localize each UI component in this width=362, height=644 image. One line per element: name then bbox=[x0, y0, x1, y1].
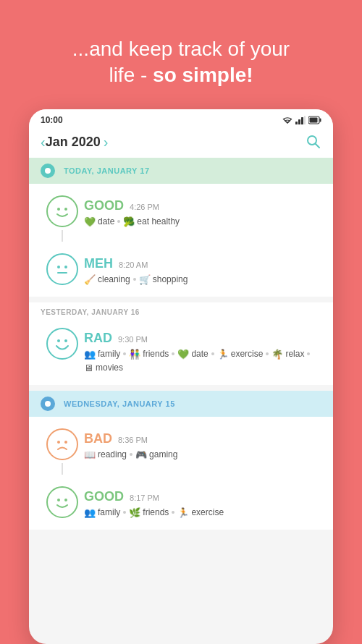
tag-date: 💚 date bbox=[177, 349, 208, 360]
svg-line-8 bbox=[316, 144, 320, 148]
tag-gaming: 🎮 gaming bbox=[135, 449, 177, 460]
status-bar: 10:00 bbox=[29, 109, 333, 128]
month-title: Jan 2020 bbox=[46, 135, 101, 150]
status-time: 10:00 bbox=[41, 115, 63, 125]
svg-rect-2 bbox=[301, 117, 303, 124]
tag-movies: 🖥 movies bbox=[84, 363, 123, 373]
tag-friends: 👫 friends bbox=[129, 349, 169, 360]
status-icons bbox=[282, 116, 321, 124]
mood-label-rad: RAD bbox=[84, 331, 112, 346]
battery-icon bbox=[308, 116, 321, 124]
entry-time-meh: 8:20 AM bbox=[119, 260, 148, 269]
svg-point-12 bbox=[64, 266, 67, 268]
wednesday-dot bbox=[41, 397, 55, 411]
smiley-meh bbox=[46, 253, 78, 285]
svg-point-16 bbox=[57, 441, 60, 444]
day-header-today: TODAY, JANUARY 17 bbox=[29, 158, 333, 184]
entry-time-bad: 8:36 PM bbox=[118, 436, 148, 444]
svg-point-14 bbox=[57, 339, 60, 342]
svg-point-17 bbox=[64, 441, 67, 444]
yesterday-label: YESTERDAY, JANUARY 16 bbox=[41, 308, 321, 316]
entry-meh-jan17: MEH 8:20 AM 🧹 cleaning 🛒 shopping bbox=[41, 247, 321, 291]
mood-label-meh: MEH bbox=[84, 256, 113, 271]
tag-exercise-2: 🏃 exercise bbox=[177, 507, 224, 518]
svg-point-18 bbox=[57, 499, 60, 501]
entry-tags-rad: 👥 family 👫 friends 💚 date 🏃 exercise 🌴 r… bbox=[84, 349, 321, 373]
mood-label-good: GOOD bbox=[84, 198, 124, 213]
entry-rad-jan16: RAD 9:30 PM 👥 family 👫 friends 💚 date 🏃 … bbox=[41, 322, 321, 379]
wifi-icon bbox=[282, 116, 292, 124]
phone-frame: 10:00 ‹ Jan 2020 › bbox=[29, 109, 333, 644]
entry-time-rad: 9:30 PM bbox=[118, 335, 148, 344]
svg-rect-1 bbox=[298, 119, 300, 124]
tag-shopping: 🛒 shopping bbox=[139, 274, 188, 285]
header-line2-normal: life - bbox=[109, 64, 153, 86]
svg-rect-0 bbox=[295, 122, 298, 124]
smiley-bad bbox=[46, 428, 78, 460]
entry-tags-good: 💚 date 🥦 eat healthy bbox=[84, 216, 321, 227]
tag-cleaning: 🧹 cleaning bbox=[84, 274, 130, 285]
day-section-wednesday: WEDNESDAY, JANUARY 15 bbox=[29, 391, 333, 530]
prev-month-button[interactable]: ‹ bbox=[41, 134, 46, 151]
svg-point-19 bbox=[64, 499, 67, 501]
entry-time-good-2: 8:17 PM bbox=[130, 493, 159, 502]
wednesday-entries: BAD 8:36 PM 📖 reading 🎮 gaming bbox=[29, 417, 333, 530]
tag-family: 👥 family bbox=[84, 349, 120, 360]
wednesday-label: WEDNESDAY, JANUARY 15 bbox=[64, 399, 175, 408]
svg-point-15 bbox=[64, 339, 67, 342]
entry-tags-good-2: 👥 family 🌿 friends 🏃 exercise bbox=[84, 507, 321, 518]
nav-bar: ‹ Jan 2020 › bbox=[29, 128, 333, 158]
day-section-yesterday: YESTERDAY, JANUARY 16 R bbox=[29, 302, 333, 385]
signal-icon bbox=[295, 116, 306, 124]
next-month-button[interactable]: › bbox=[104, 134, 109, 151]
smiley-good bbox=[46, 195, 78, 227]
tag-family-2: 👥 family bbox=[84, 507, 120, 518]
header-line2: life - so simple! bbox=[72, 62, 290, 88]
svg-rect-3 bbox=[304, 116, 306, 124]
header-line2-bold: so simple! bbox=[153, 64, 253, 86]
tag-reading: 📖 reading bbox=[84, 449, 127, 460]
mood-label-good-2: GOOD bbox=[84, 489, 124, 504]
svg-point-10 bbox=[64, 208, 67, 211]
search-icon[interactable] bbox=[306, 134, 321, 150]
tag-exercise: 🏃 exercise bbox=[217, 349, 264, 360]
app-header: ...and keep track of your life - so simp… bbox=[51, 36, 311, 89]
today-entries: GOOD 4:26 PM 💚 date 🥦 eat healthy bbox=[29, 184, 333, 297]
header-line1: ...and keep track of your bbox=[72, 36, 290, 62]
yesterday-entries: YESTERDAY, JANUARY 16 R bbox=[29, 302, 333, 385]
tag-relax: 🌴 relax bbox=[272, 349, 304, 360]
svg-point-11 bbox=[57, 266, 60, 268]
entry-good-jan15: GOOD 8:17 PM 👥 family 🌿 friends 🏃 exerci… bbox=[41, 480, 321, 524]
smiley-rad bbox=[46, 328, 78, 360]
scroll-area[interactable]: TODAY, JANUARY 17 bbox=[29, 158, 333, 640]
today-dot bbox=[41, 164, 55, 178]
entry-bad-jan15: BAD 8:36 PM 📖 reading 🎮 gaming bbox=[41, 423, 321, 480]
svg-point-9 bbox=[57, 208, 60, 211]
tag-date: 💚 date bbox=[84, 216, 114, 227]
tag-friends-2: 🌿 friends bbox=[129, 507, 169, 518]
day-section-today: TODAY, JANUARY 17 bbox=[29, 158, 333, 297]
entry-good-jan17: GOOD 4:26 PM 💚 date 🥦 eat healthy bbox=[41, 190, 321, 247]
entry-time-good: 4:26 PM bbox=[130, 203, 159, 211]
mood-label-bad: BAD bbox=[84, 431, 112, 446]
entry-tags-meh: 🧹 cleaning 🛒 shopping bbox=[84, 274, 321, 285]
tag-eat-healthy: 🥦 eat healthy bbox=[123, 216, 180, 227]
day-header-wednesday: WEDNESDAY, JANUARY 15 bbox=[29, 391, 333, 417]
svg-rect-5 bbox=[320, 118, 321, 122]
today-label: TODAY, JANUARY 17 bbox=[64, 166, 150, 175]
smiley-good-2 bbox=[46, 486, 78, 518]
entry-tags-bad: 📖 reading 🎮 gaming bbox=[84, 449, 321, 460]
svg-rect-6 bbox=[310, 117, 318, 122]
